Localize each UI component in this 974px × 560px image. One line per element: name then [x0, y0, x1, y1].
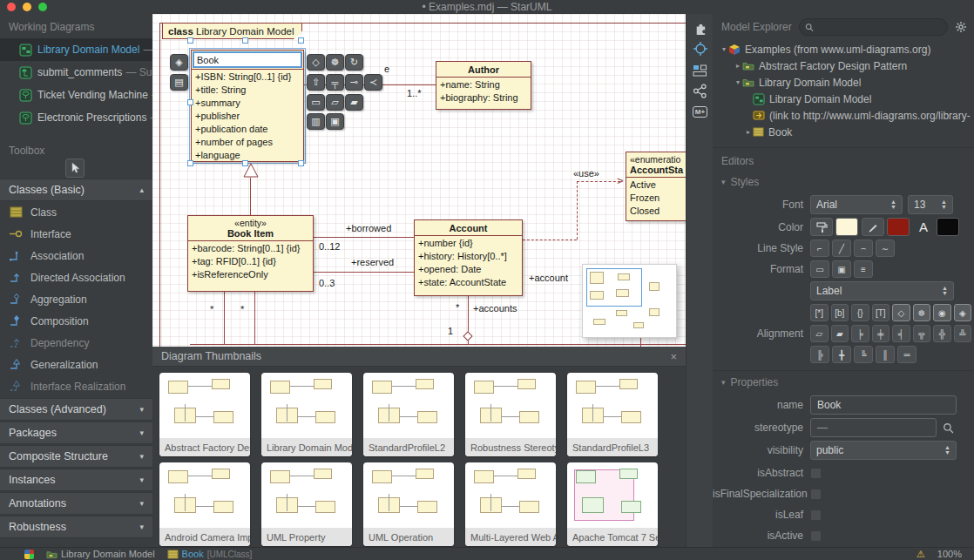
tool-interface[interactable]: Interface — [0, 223, 152, 245]
tree-item-examples[interactable]: ▾ Examples (from www.uml-diagrams.org) — [713, 41, 974, 57]
select-tool-button[interactable] — [65, 159, 85, 178]
class-author[interactable]: Author +name: String +biography: String — [436, 61, 531, 110]
align-center-button[interactable]: ╪ — [872, 325, 890, 342]
explorer-settings-gear-icon[interactable] — [955, 21, 967, 33]
toolbox-section-packages[interactable]: Packages▾ — [0, 422, 152, 444]
quick-receptions-button[interactable]: ≺ — [364, 74, 382, 91]
tree-item-abstract-factory[interactable]: ▸ Abstract Factory Design Pattern — [713, 57, 974, 74]
markdown-panel-button[interactable]: M+ — [687, 101, 714, 122]
align-left-button[interactable]: ╞ — [851, 325, 869, 342]
toggle-properties-button[interactable]: {} — [851, 304, 869, 321]
resize-handle[interactable] — [242, 160, 248, 166]
aggregation-account-line[interactable] — [468, 296, 469, 334]
tool-generalization[interactable]: Generalization — [0, 354, 152, 375]
tool-interface-realization[interactable]: Interface Realization — [0, 375, 152, 397]
align-middle-button[interactable]: ╬ — [933, 325, 951, 342]
fill-roller-button[interactable] — [810, 218, 833, 236]
format-wordwrap-button[interactable]: ≡ — [854, 260, 873, 278]
quick-interface-button[interactable]: ⊸ — [345, 74, 363, 91]
align-top-button[interactable]: ╦ — [913, 325, 931, 342]
line-style-curve-button[interactable]: ∼ — [876, 240, 895, 257]
extensions-button[interactable] — [687, 17, 714, 38]
send-to-back-button[interactable]: ▰ — [831, 325, 849, 342]
properties-section-header[interactable]: ▾ Properties — [713, 370, 974, 392]
working-diagram-ticket-vending-machine[interactable]: Ticket Vending Machine — T — [0, 84, 152, 106]
thumbnail-abstract-factory[interactable]: Abstract Factory Design — [159, 373, 250, 456]
quick-abstract-button[interactable]: ⇧ — [307, 74, 325, 91]
set-height-equal-button[interactable]: ║ — [876, 346, 895, 363]
toolbox-section-robustness[interactable]: Robustness▾ — [0, 516, 152, 538]
isactive-checkbox[interactable] — [810, 530, 822, 542]
isabstract-checkbox[interactable] — [810, 468, 822, 479]
quick-add-diagram-button[interactable]: ▤ — [170, 74, 188, 91]
resize-handle[interactable] — [298, 160, 304, 166]
search-input[interactable] — [817, 22, 942, 32]
name-property-input[interactable] — [817, 399, 950, 411]
class-account[interactable]: Account +number {id} +history: History[0… — [414, 219, 523, 296]
thumbnail-library-domain-model[interactable]: Library Domain Model — [261, 373, 352, 456]
thumbnail-multilayered-web[interactable]: Multi-Layered Web Arc — [465, 462, 556, 546]
tree-item-library-domain-model-diagram[interactable]: Library Domain Model — [713, 91, 974, 107]
zoom-level[interactable]: 100% — [937, 549, 962, 559]
font-family-select[interactable]: Arial▲▼ — [810, 195, 903, 214]
resize-handle[interactable] — [298, 37, 304, 44]
font-color-button[interactable]: A — [913, 218, 934, 236]
tool-aggregation[interactable]: Aggregation — [0, 288, 152, 310]
quick-add-template-button[interactable]: ▰ — [345, 94, 363, 111]
format-autoresize-button[interactable]: ▭ — [810, 260, 829, 278]
share-button[interactable] — [687, 80, 714, 101]
quick-add-subclass-button[interactable]: ▥ — [307, 113, 325, 130]
bring-to-front-button[interactable]: ▱ — [810, 325, 829, 342]
toggle-type-button[interactable]: [T] — [872, 304, 890, 321]
tree-item-link[interactable]: (link to http://www.uml-diagrams.org/lib… — [713, 107, 974, 124]
thumbnail-standardprofilel3[interactable]: StandardProfileL3 — [567, 373, 658, 456]
fill-color-swatch[interactable] — [835, 218, 858, 236]
quick-add-note-button[interactable]: ◈ — [170, 54, 188, 71]
tool-class[interactable]: Class — [0, 201, 152, 223]
line-style-roundrect-button[interactable]: ⌢ — [854, 240, 873, 257]
align-bottom-button[interactable]: ╩ — [954, 325, 972, 342]
stereotype-search-icon[interactable] — [943, 422, 954, 434]
association-bottom-bus[interactable] — [190, 344, 686, 345]
quick-refresh-button[interactable]: ↻ — [345, 54, 363, 71]
quick-pin-button[interactable]: ╤ — [326, 74, 344, 91]
quick-add-operation-button[interactable]: ▱ — [326, 94, 344, 111]
layout-panels-button[interactable] — [687, 59, 714, 80]
toggle-namespace-button[interactable]: [b] — [831, 304, 849, 321]
isleaf-checkbox[interactable] — [810, 509, 822, 521]
tool-directed-association[interactable]: Directed Association — [0, 267, 152, 288]
stereotype-property-field[interactable]: — — [810, 418, 937, 437]
association-borrowed[interactable] — [314, 237, 414, 238]
statusbar-diagram-breadcrumb[interactable]: Library Domain Model — [46, 549, 155, 559]
toggle-suppress-attributes-button[interactable]: ◇ — [892, 304, 910, 321]
toolbox-section-annotations[interactable]: Annotations▾ — [0, 492, 152, 515]
resize-handle[interactable] — [187, 37, 193, 44]
generalization-line[interactable] — [250, 178, 251, 215]
tree-expand-icon[interactable]: ▾ — [734, 78, 742, 86]
thumbnail-apache-tomcat[interactable]: Apache Tomcat 7 Serve — [567, 462, 658, 546]
format-shadow-button[interactable]: ▣ — [832, 260, 851, 278]
warning-icon[interactable]: ⚠ — [917, 549, 925, 560]
set-size-equal-button[interactable]: ═ — [897, 346, 917, 363]
toolbox-section-classes-advanced[interactable]: Classes (Advanced)▾ — [0, 398, 152, 421]
tree-expand-icon[interactable]: ▸ — [734, 62, 742, 70]
font-color-swatch[interactable] — [937, 218, 959, 236]
name-property-field[interactable] — [810, 395, 957, 415]
toolbox-section-instances[interactable]: Instances▾ — [0, 469, 152, 491]
font-size-spinner[interactable]: 13▲▼ — [908, 195, 953, 214]
use-dependency-line[interactable] — [577, 181, 620, 182]
toggle-suppress-receptions-button[interactable]: ◉ — [933, 304, 951, 321]
toolbox-section-classes-basic[interactable]: Classes (Basic) ▴ — [0, 179, 152, 201]
class-book-item[interactable]: «entity» Book Item +barcode: String[0..1… — [187, 215, 314, 292]
resize-handle[interactable] — [187, 99, 193, 105]
space-equally-vertical-button[interactable]: ╋ — [832, 346, 851, 363]
thumbnail-uml-property[interactable]: UML Property — [261, 462, 352, 546]
association-bookitem-down-1[interactable] — [224, 292, 225, 344]
toggle-suppress-operations-button[interactable]: ☸ — [913, 304, 931, 321]
working-diagram-submit-comments[interactable]: submit_comments — Submit — [0, 61, 152, 84]
tool-dependency[interactable]: Dependency — [0, 332, 152, 354]
stereotype-display-select[interactable]: Label▲▼ — [810, 281, 954, 300]
space-equally-horizontal-button[interactable]: ╠ — [810, 346, 829, 363]
association-reserved[interactable] — [314, 272, 414, 273]
association-bookitem-down-2[interactable] — [254, 292, 255, 344]
